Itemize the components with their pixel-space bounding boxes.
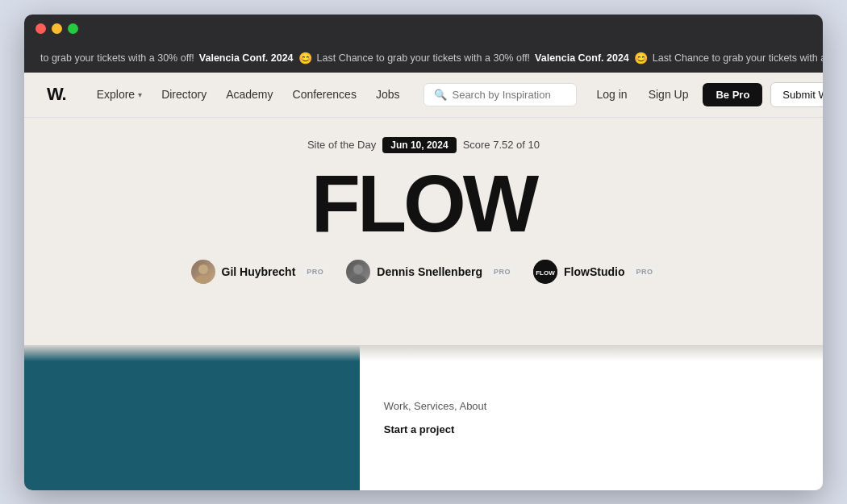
svg-point-2 xyxy=(353,264,363,274)
traffic-lights xyxy=(35,23,78,34)
nav-academy-label: Academy xyxy=(226,88,273,101)
nav-academy[interactable]: Academy xyxy=(218,83,281,106)
search-icon: 🔍 xyxy=(434,89,447,101)
contributor-dennis[interactable]: Dennis Snellenberg PRO xyxy=(346,260,514,284)
search-bar[interactable]: 🔍 xyxy=(424,83,577,106)
nav-jobs-label: Jobs xyxy=(376,88,400,101)
svg-point-1 xyxy=(195,275,211,284)
login-button[interactable]: Log in xyxy=(590,84,633,105)
website-preview: Work, Services, About Start a project xyxy=(24,345,823,490)
nav-jobs[interactable]: Jobs xyxy=(368,83,408,106)
contributor-dennis-pro: PRO xyxy=(490,267,514,277)
nav-explore[interactable]: Explore ▾ xyxy=(89,83,150,106)
ann-plain-2: Last Chance to grab your tickets with a … xyxy=(317,52,531,64)
site-of-day-label: Site of the Day xyxy=(307,139,376,151)
contributor-flow-name: FlowStudio xyxy=(564,265,624,278)
preview-inner: Work, Services, About Start a project xyxy=(24,345,823,490)
svg-point-0 xyxy=(198,264,208,274)
titlebar xyxy=(24,15,823,44)
nav-directory-label: Directory xyxy=(161,88,207,101)
nav-auth: Log in Sign Up Be Pro Submit Website xyxy=(590,82,823,107)
nav-directory[interactable]: Directory xyxy=(153,83,215,106)
announcement-text: to grab your tickets with a 30% off! Val… xyxy=(24,52,823,65)
hero-title: FLOW xyxy=(311,163,536,244)
main-content: W. Explore ▾ Directory Academy Conferenc… xyxy=(24,73,823,490)
svg-point-3 xyxy=(350,275,366,284)
preview-left-panel xyxy=(24,345,360,490)
chevron-down-icon: ▾ xyxy=(138,90,142,99)
close-button[interactable] xyxy=(35,23,46,34)
be-pro-button[interactable]: Be Pro xyxy=(703,83,762,106)
avatar-dennis xyxy=(346,260,370,284)
browser-window: to grab your tickets with a 30% off! Val… xyxy=(24,15,823,490)
ann-bold-1: Valencia Conf. 2024 xyxy=(199,52,294,64)
logo[interactable]: W. xyxy=(47,84,66,105)
signup-button[interactable]: Sign Up xyxy=(642,84,695,105)
preview-cta[interactable]: Start a project xyxy=(384,423,799,435)
score-text: Score 7.52 of 10 xyxy=(463,139,540,151)
contributors: Gil Huybrecht PRO Dennis Snellenberg PRO xyxy=(191,260,657,284)
maximize-button[interactable] xyxy=(68,23,78,34)
ann-emoji-1: 😊 xyxy=(298,52,312,65)
minimize-button[interactable] xyxy=(52,23,62,34)
ann-plain-1: to grab your tickets with a 30% off! xyxy=(40,52,194,64)
ann-segment-1: to grab your tickets with a 30% off! Val… xyxy=(24,52,823,65)
announcement-bar: to grab your tickets with a 30% off! Val… xyxy=(24,44,823,73)
search-input[interactable] xyxy=(452,89,566,101)
ann-plain-3: Last Chance to grab your tickets with a … xyxy=(653,52,823,64)
submit-website-button[interactable]: Submit Website xyxy=(770,82,823,107)
navbar: W. Explore ▾ Directory Academy Conferenc… xyxy=(24,73,823,118)
avatar-gil xyxy=(191,260,215,284)
preview-nav-links: Work, Services, About xyxy=(384,400,799,412)
nav-conferences-label: Conferences xyxy=(293,88,357,101)
contributor-gil-name: Gil Huybrecht xyxy=(222,265,296,278)
nav-conferences[interactable]: Conferences xyxy=(285,83,365,106)
contributor-dennis-name: Dennis Snellenberg xyxy=(377,265,482,278)
contributor-flow-pro: PRO xyxy=(632,267,656,277)
avatar-flowstudio: FLOW xyxy=(533,260,557,284)
contributor-gil[interactable]: Gil Huybrecht PRO xyxy=(191,260,328,284)
site-of-day: Site of the Day Jun 10, 2024 Score 7.52 … xyxy=(307,137,540,153)
nav-links: Explore ▾ Directory Academy Conferences … xyxy=(89,83,590,106)
date-badge: Jun 10, 2024 xyxy=(382,137,456,153)
contributor-gil-pro: PRO xyxy=(303,267,327,277)
preview-right-panel: Work, Services, About Start a project xyxy=(360,345,823,490)
preview-overlay xyxy=(24,345,823,361)
hero-section: Site of the Day Jun 10, 2024 Score 7.52 … xyxy=(24,118,823,345)
svg-text:FLOW: FLOW xyxy=(536,269,555,277)
ann-bold-2: Valencia Conf. 2024 xyxy=(535,52,629,64)
nav-explore-label: Explore xyxy=(97,88,135,101)
ann-emoji-2: 😊 xyxy=(634,52,648,65)
contributor-flow[interactable]: FLOW FlowStudio PRO xyxy=(533,260,656,284)
